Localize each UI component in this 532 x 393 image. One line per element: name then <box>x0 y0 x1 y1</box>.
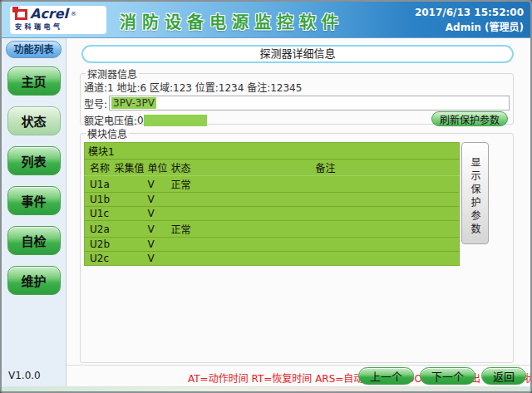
col-note: 备注 <box>314 160 460 176</box>
rated-voltage-value: 0 <box>137 115 144 126</box>
module-row[interactable]: U1bV <box>85 193 460 207</box>
sidebar-item-list[interactable]: 列表 <box>7 146 61 175</box>
sidebar: 功能列表 主页 状态 列表 事件 自检 维护 V1.0.0 <box>2 38 66 386</box>
module-info-group: 模块信息 模块1 名称 采集值 单位 状态 <box>80 126 514 363</box>
module-info-label: 模块信息 <box>86 126 129 140</box>
detector-info-label: 探测器信息 <box>86 66 139 81</box>
brand-subtitle: 安科瑞电气 <box>15 22 101 31</box>
acrel-logo: Acrel ® 安科瑞电气 <box>10 6 106 34</box>
rated-voltage-label: 额定电压值: <box>84 113 137 127</box>
sidebar-item-selfcheck[interactable]: 自检 <box>7 226 61 255</box>
datetime-display: 2017/6/13 15:52:00 <box>415 5 524 20</box>
module-table-body: U1aV正常U1bVU1cVU2aV正常U2bVU2cV <box>85 176 460 266</box>
logged-in-user: Admin (管理员) <box>415 20 524 35</box>
sidebar-item-status[interactable]: 状态 <box>7 106 61 135</box>
footer-bar: AT=动作时间 RT=恢复时间 ARS=自动恢复开关 DO=开关量输出 PS=保… <box>66 365 530 386</box>
model-value: 3PV-3PV <box>111 97 156 109</box>
show-protection-params-button[interactable]: 显示保护参数 <box>461 142 489 244</box>
model-field[interactable]: 3PV-3PV <box>109 96 510 111</box>
brand-name: Acrel <box>30 7 68 21</box>
next-button[interactable]: 下一个 <box>420 367 475 385</box>
sidebar-item-events[interactable]: 事件 <box>7 186 61 215</box>
rated-voltage-highlight <box>144 115 207 126</box>
detector-summary: 通道:1 地址:6 区域:123 位置:1234 备注:12345 <box>84 81 510 95</box>
previous-button[interactable]: 上一个 <box>358 367 414 385</box>
back-button[interactable]: 返回 <box>481 367 526 385</box>
module-table-header: 名称 采集值 单位 状态 备注 <box>85 160 460 176</box>
col-unit: 单位 <box>146 160 170 176</box>
page-title: 探测器详细信息 <box>81 45 514 63</box>
header-bar: Acrel ® 安科瑞电气 消防设备电源监控软件 2017/6/13 15:52… <box>2 2 530 38</box>
acrel-logo-icon <box>15 9 27 20</box>
model-label: 型号: <box>84 96 107 111</box>
main-panel: 探测器详细信息 探测器信息 通道:1 地址:6 区域:123 位置:1234 备… <box>66 38 530 386</box>
module-row[interactable]: U1aV正常 <box>85 176 460 193</box>
window-bottom-edge <box>2 386 530 393</box>
sidebar-item-maintenance[interactable]: 维护 <box>7 266 61 295</box>
module-table: 模块1 名称 采集值 单位 状态 备注 U1aV正常U1bVU1cVU2aV正常… <box>84 142 460 266</box>
refresh-protection-params-button[interactable]: 刷新保护参数 <box>431 111 508 126</box>
col-value: 采集值 <box>113 160 146 176</box>
module-row[interactable]: U1cV <box>85 207 460 221</box>
module-row[interactable]: U2cV <box>85 252 460 266</box>
col-status: 状态 <box>170 160 314 176</box>
module-row[interactable]: U2aV正常 <box>85 221 460 238</box>
app-title: 消防设备电源监控软件 <box>120 9 344 33</box>
registered-mark: ® <box>71 11 76 17</box>
detector-info-group: 探测器信息 通道:1 地址:6 区域:123 位置:1234 备注:12345 … <box>80 66 514 125</box>
app-window: Acrel ® 安科瑞电气 消防设备电源监控软件 2017/6/13 15:52… <box>0 0 532 393</box>
sidebar-item-home[interactable]: 主页 <box>7 66 61 96</box>
module-row[interactable]: U2bV <box>85 238 460 252</box>
module-title: 模块1 <box>85 143 460 160</box>
col-name: 名称 <box>85 160 113 176</box>
sidebar-header: 功能列表 <box>6 41 62 58</box>
version-label: V1.0.0 <box>8 370 41 381</box>
